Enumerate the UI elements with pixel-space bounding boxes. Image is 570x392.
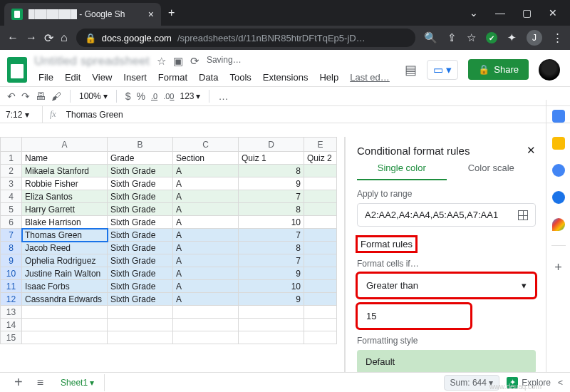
cell[interactable]: A xyxy=(173,242,239,254)
cell[interactable] xyxy=(304,216,337,229)
header-cell[interactable]: Section xyxy=(173,152,239,165)
row-head-13[interactable]: 13 xyxy=(1,306,22,319)
tasks-addon-icon[interactable] xyxy=(552,164,565,177)
row-head-8[interactable]: 8 xyxy=(1,242,22,254)
home-icon[interactable]: ⌂ xyxy=(61,31,68,45)
select-range-icon[interactable] xyxy=(518,210,528,220)
cell[interactable]: A xyxy=(173,216,239,229)
row-head-1[interactable]: 1 xyxy=(1,152,22,165)
cell[interactable]: Sixth Grade xyxy=(108,216,173,229)
reload-icon[interactable]: ⟳ xyxy=(44,31,53,45)
share-button[interactable]: 🔒 Share xyxy=(468,59,529,80)
cell[interactable]: Sixth Grade xyxy=(108,280,173,293)
cell[interactable]: Robbie Fisher xyxy=(22,177,108,190)
chevron-down-icon[interactable]: ⌄ xyxy=(470,7,478,19)
back-icon[interactable]: ← xyxy=(7,31,19,45)
add-sheet-button[interactable]: + xyxy=(7,374,30,391)
star-icon[interactable]: ☆ xyxy=(157,55,166,68)
row-head-3[interactable]: 3 xyxy=(1,177,22,190)
cell[interactable] xyxy=(239,319,304,331)
cell[interactable]: A xyxy=(173,267,239,280)
redo-icon[interactable]: ↷ xyxy=(21,91,30,102)
cell[interactable]: 10 xyxy=(239,216,304,229)
cell[interactable]: A xyxy=(173,177,239,190)
cell[interactable]: A xyxy=(173,190,239,203)
cell[interactable]: Mikaela Stanford xyxy=(22,165,108,177)
cell[interactable] xyxy=(173,319,239,331)
add-addon-icon[interactable]: + xyxy=(554,260,562,275)
close-window-icon[interactable]: ✕ xyxy=(549,7,557,19)
cell[interactable]: 9 xyxy=(239,267,304,280)
cell[interactable] xyxy=(304,254,337,267)
row-head-10[interactable]: 10 xyxy=(1,267,22,280)
cell[interactable]: Sixth Grade xyxy=(108,177,173,190)
menu-view[interactable]: View xyxy=(88,70,116,85)
last-edit-link[interactable]: Last ed… xyxy=(346,70,394,85)
cell[interactable] xyxy=(304,203,337,216)
cell[interactable] xyxy=(22,319,108,331)
cell[interactable] xyxy=(304,319,337,331)
cell[interactable]: A xyxy=(173,203,239,216)
more-toolbar-icon[interactable]: … xyxy=(218,91,228,102)
cell[interactable]: A xyxy=(173,229,239,242)
cell[interactable]: Sixth Grade xyxy=(108,254,173,267)
cell[interactable]: Jacob Reed xyxy=(22,242,108,254)
cell[interactable]: 7 xyxy=(239,190,304,203)
cell[interactable] xyxy=(22,306,108,319)
cell[interactable] xyxy=(304,190,337,203)
cell[interactable] xyxy=(304,165,337,177)
select-all-cell[interactable] xyxy=(1,138,22,152)
cell[interactable] xyxy=(239,306,304,319)
calendar-addon-icon[interactable] xyxy=(552,110,565,123)
cell[interactable]: Thomas Green xyxy=(22,229,108,242)
paint-format-icon[interactable]: 🖌 xyxy=(51,91,61,102)
cell[interactable]: 10 xyxy=(239,280,304,293)
condition-value-input[interactable]: 15 xyxy=(357,304,471,329)
cell[interactable]: 7 xyxy=(239,229,304,242)
row-head-2[interactable]: 2 xyxy=(1,165,22,177)
cell[interactable]: 7 xyxy=(239,254,304,267)
close-tab-icon[interactable]: × xyxy=(148,9,154,20)
default-style-preview[interactable]: Default xyxy=(357,350,536,372)
cell[interactable]: Eliza Santos xyxy=(22,190,108,203)
col-head-E[interactable]: E xyxy=(304,138,337,152)
cell[interactable]: 9 xyxy=(239,177,304,190)
sheets-logo-icon[interactable] xyxy=(7,57,27,83)
cell[interactable]: Isaac Forbs xyxy=(22,280,108,293)
cell[interactable]: A xyxy=(173,254,239,267)
increase-decimal-icon[interactable]: .00 xyxy=(163,92,174,100)
present-button[interactable]: ▭ ▾ xyxy=(427,60,458,80)
cell[interactable]: A xyxy=(173,165,239,177)
zoom-select[interactable]: 100% ▾ xyxy=(79,91,108,101)
cell[interactable]: 8 xyxy=(239,165,304,177)
number-format-select[interactable]: 123 ▾ xyxy=(180,91,200,101)
keep-addon-icon[interactable] xyxy=(552,137,565,150)
header-cell[interactable]: Grade xyxy=(108,152,173,165)
header-cell[interactable]: Name xyxy=(22,152,108,165)
decrease-decimal-icon[interactable]: .0 xyxy=(151,92,157,100)
cell[interactable] xyxy=(304,242,337,254)
row-head-4[interactable]: 4 xyxy=(1,190,22,203)
bookmark-icon[interactable]: ☆ xyxy=(467,31,476,44)
browser-tab[interactable]: ████████ - Google Sh × xyxy=(4,3,161,26)
cell[interactable] xyxy=(304,293,337,306)
print-icon[interactable]: 🖶 xyxy=(36,91,46,102)
row-head-12[interactable]: 12 xyxy=(1,293,22,306)
format-currency-icon[interactable]: $ xyxy=(125,91,131,102)
menu-data[interactable]: Data xyxy=(195,70,222,85)
maximize-icon[interactable]: ▢ xyxy=(522,7,532,19)
cell[interactable]: A xyxy=(173,280,239,293)
cell[interactable]: Sixth Grade xyxy=(108,165,173,177)
cell[interactable] xyxy=(304,331,337,344)
contacts-addon-icon[interactable] xyxy=(552,191,565,204)
extension-badge-icon[interactable]: ✔ xyxy=(486,32,497,43)
menu-edit[interactable]: Edit xyxy=(61,70,85,85)
cell[interactable]: Sixth Grade xyxy=(108,203,173,216)
all-sheets-button[interactable]: ≡ xyxy=(30,376,51,389)
new-tab-button[interactable]: + xyxy=(168,6,175,19)
cell[interactable]: Sixth Grade xyxy=(108,242,173,254)
cell[interactable]: Harry Garrett xyxy=(22,203,108,216)
header-cell[interactable]: Quiz 2 xyxy=(304,152,337,165)
extensions-icon[interactable]: ✦ xyxy=(507,31,517,44)
row-head-14[interactable]: 14 xyxy=(1,319,22,331)
